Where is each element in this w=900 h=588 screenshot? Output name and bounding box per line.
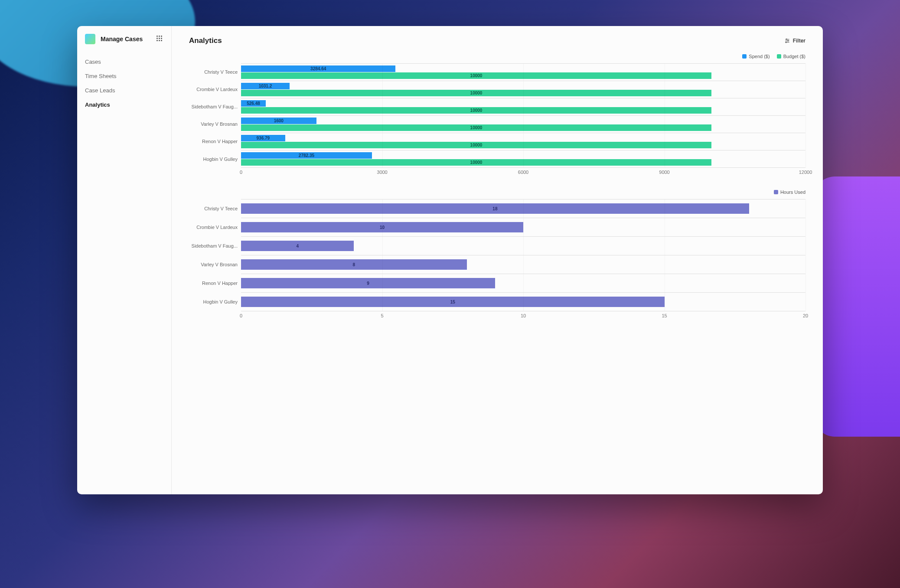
chart-bar-value: 1031.2 [257,84,274,88]
filter-label: Filter [793,38,805,44]
chart-bar-value: 10000 [469,160,484,165]
chart-row-bars: 526.4810000 [241,98,805,115]
chart-row-bars: 18 [241,199,805,218]
sidebar-item-time-sheets[interactable]: Time Sheets [77,69,171,83]
main-content: Analytics Filter Spend ($)Budget ($) Chr… [172,26,823,494]
chart-bar-value: 3284.64 [309,66,328,71]
chart-row-bars: 9 [241,274,805,292]
chart-row: Crombie V Lardeux10 [189,218,805,236]
chart-row-bars: 1031.210000 [241,81,805,98]
chart-row-bars: 10 [241,218,805,236]
app-window: Manage Cases CasesTime SheetsCase LeadsA… [77,26,823,494]
filter-button[interactable]: Filter [784,38,805,44]
x-tick: 6000 [518,170,528,175]
chart-bar[interactable]: 10000 [241,142,711,148]
chart-row-bars: 160010000 [241,115,805,133]
legend-swatch [774,190,778,194]
spend-budget-chart: Spend ($)Budget ($) Christy V Teece3284.… [189,54,805,177]
app-title: Manage Cases [101,36,157,42]
chart-row-bars: 2782.3510000 [241,150,805,168]
chart-row: Varley V Brosnan160010000 [189,115,805,133]
chart-bar[interactable]: 3284.64 [241,65,395,72]
page-title: Analytics [189,36,222,45]
chart-row-label: Hogbin V Gulley [189,299,241,304]
chart-row: Sidebotham V Faug...4 [189,236,805,255]
chart-row-bars: 3284.6410000 [241,63,805,81]
legend-label: Budget ($) [783,54,805,59]
legend-item[interactable]: Hours Used [774,189,805,195]
chart-row-label: Renon V Happer [189,139,241,144]
hours-legend: Hours Used [189,189,805,195]
chart-bar[interactable]: 1031.2 [241,83,290,89]
spend-budget-legend: Spend ($)Budget ($) [189,54,805,59]
x-tick: 5 [381,313,383,318]
chart-row: Christy V Teece3284.6410000 [189,63,805,81]
chart-row: Hogbin V Gulley2782.3510000 [189,150,805,168]
chart-row-label: Varley V Brosnan [189,121,241,127]
sidebar-item-analytics[interactable]: Analytics [77,98,171,112]
chart-bar[interactable]: 15 [241,297,665,307]
chart-bar-value: 8 [351,262,357,267]
chart-row-label: Renon V Happer [189,281,241,286]
sidebar-nav: CasesTime SheetsCase LeadsAnalytics [77,51,171,112]
chart-bar[interactable]: 4 [241,241,354,251]
chart-bar[interactable]: 2782.35 [241,152,372,159]
filter-icon [784,38,790,44]
chart-row: Renon V Happer9 [189,274,805,292]
chart-row: Crombie V Lardeux1031.210000 [189,81,805,98]
chart-row: Christy V Teece18 [189,199,805,218]
chart-bar-value: 10000 [469,73,484,78]
legend-swatch [777,54,781,59]
chart-bar-value: 9 [365,281,371,286]
chart-bar[interactable]: 10000 [241,124,711,131]
svg-point-1 [786,39,787,39]
x-tick: 0 [240,313,242,318]
chart-row: Hogbin V Gulley15 [189,292,805,311]
chart-bar[interactable]: 10000 [241,90,711,96]
chart-row: Renon V Happer936.7910000 [189,133,805,150]
x-tick: 12000 [799,170,812,175]
chart-bar[interactable]: 9 [241,278,495,288]
sidebar-item-case-leads[interactable]: Case Leads [77,83,171,98]
svg-point-5 [786,42,786,42]
x-axis: 030006000900012000 [241,170,805,177]
chart-bar[interactable]: 18 [241,203,749,214]
chart-bar-value: 10 [378,225,386,230]
chart-bar-value: 1600 [272,118,285,123]
chart-bar-value: 10000 [469,125,484,130]
chart-bar[interactable]: 8 [241,259,467,270]
chart-bar-value: 10000 [469,91,484,95]
sidebar: Manage Cases CasesTime SheetsCase LeadsA… [77,26,172,494]
chart-row-label: Sidebotham V Faug... [189,104,241,109]
chart-bar[interactable]: 936.79 [241,135,285,141]
chart-row-label: Varley V Brosnan [189,262,241,267]
chart-bar[interactable]: 526.48 [241,100,266,107]
page-header: Analytics Filter [189,36,805,45]
chart-bar-value: 2782.35 [297,153,316,158]
chart-bar[interactable]: 10000 [241,107,711,114]
chart-bar-value: 18 [491,206,499,211]
chart-row-bars: 936.7910000 [241,133,805,150]
chart-bar[interactable]: 10000 [241,159,711,166]
svg-point-3 [787,40,788,41]
chart-row-label: Sidebotham V Faug... [189,243,241,248]
chart-row: Varley V Brosnan8 [189,255,805,274]
chart-row-label: Christy V Teece [189,206,241,211]
chart-row-bars: 15 [241,292,805,311]
x-tick: 10 [521,313,526,318]
chart-bar[interactable]: 10 [241,222,523,232]
chart-bar[interactable]: 1600 [241,118,316,124]
hours-used-chart: Hours Used Christy V Teece18Crombie V La… [189,189,805,321]
sidebar-header: Manage Cases [77,34,171,51]
legend-item[interactable]: Budget ($) [777,54,805,59]
chart-bar-value: 15 [449,300,457,304]
x-tick: 9000 [659,170,669,175]
x-tick: 15 [662,313,667,318]
legend-item[interactable]: Spend ($) [742,54,770,59]
apps-grid-icon[interactable] [157,36,163,42]
sidebar-item-cases[interactable]: Cases [77,55,171,69]
chart-bar[interactable]: 10000 [241,72,711,79]
chart-row: Sidebotham V Faug...526.4810000 [189,98,805,115]
chart-bar-value: 10000 [469,143,484,147]
x-tick: 3000 [377,170,387,175]
